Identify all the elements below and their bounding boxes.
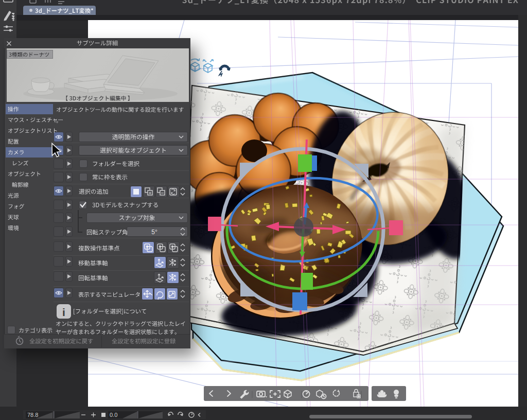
svg-text:i: i xyxy=(62,306,65,318)
svg-text:5°: 5° xyxy=(151,229,157,236)
